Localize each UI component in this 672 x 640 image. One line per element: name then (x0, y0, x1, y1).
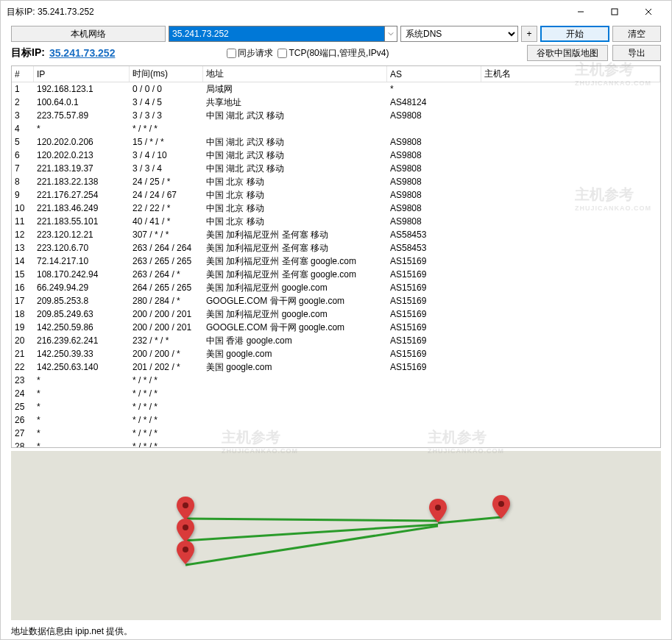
cell-address: 美国 加利福尼亚州 圣何塞 google.com (203, 255, 387, 268)
cell-ip: * (34, 415, 130, 425)
table-row[interactable]: 18209.85.249.63200 / 200 / 201美国 加利福尼亚州 … (12, 307, 660, 321)
cell-as: AS9808 (387, 110, 481, 121)
table-header: # IP 时间(ms) 地址 AS 主机名 (12, 66, 660, 82)
export-button[interactable]: 导出 (612, 45, 661, 61)
cell-time: 3 / 4 / 5 (130, 97, 203, 107)
map-panel[interactable] (11, 451, 661, 620)
col-address[interactable]: 地址 (203, 66, 387, 82)
cell-address: 中国 湖北 武汉 移动 (203, 149, 387, 162)
col-hostname[interactable]: 主机名 (481, 66, 660, 82)
ip-input[interactable] (169, 26, 384, 42)
close-button[interactable] (632, 1, 665, 23)
cell-as: AS15169 (387, 349, 481, 359)
cell-ip: 216.239.62.241 (34, 335, 130, 346)
cell-ip: 142.250.39.33 (34, 349, 130, 359)
tcp-checkbox[interactable]: TCP(80端口,管理员,IPv4) (277, 47, 389, 60)
map-pin-icon (177, 541, 194, 564)
cell-time: 15 / * / * (130, 137, 203, 147)
cell-as: AS9808 (387, 163, 481, 174)
cell-time: 3 / 3 / 4 (130, 163, 203, 174)
cell-index: 24 (12, 388, 34, 399)
target-ip-link[interactable]: 35.241.73.252 (49, 47, 116, 59)
table-row[interactable]: 28** / * / * (12, 440, 660, 447)
table-row[interactable]: 2100.64.0.13 / 4 / 5共享地址AS48124 (12, 96, 660, 109)
table-row[interactable]: 15108.170.242.94263 / 264 / *美国 加利福尼亚州 圣… (12, 268, 660, 281)
cell-ip: 223.120.6.70 (34, 243, 130, 253)
cell-time: 263 / 264 / * (130, 269, 203, 280)
table-row[interactable]: 25** / * / * (12, 400, 660, 413)
cell-as: AS9808 (387, 177, 481, 187)
dns-select[interactable]: 系统DNS (400, 26, 518, 42)
table-row[interactable]: 4** / * / * (12, 122, 660, 135)
svg-point-11 (435, 505, 441, 511)
col-ip[interactable]: IP (34, 66, 130, 82)
cell-time: 40 / 41 / * (130, 216, 203, 227)
cell-as: AS9808 (387, 190, 481, 200)
cell-address: GOOGLE.COM 骨干网 google.com (203, 321, 387, 334)
google-cn-map-button[interactable]: 谷歌中国版地图 (527, 45, 608, 61)
cell-address: 美国 加利福尼亚州 google.com (203, 308, 387, 321)
table-row[interactable]: 27** / * / * (12, 427, 660, 440)
toolbar-row-2: 目标IP: 35.241.73.252 同步请求 TCP(80端口,管理员,IP… (1, 43, 671, 64)
cell-index: 9 (12, 190, 34, 200)
table-body[interactable]: 1192.168.123.10 / 0 / 0局域网*2100.64.0.13 … (12, 82, 660, 447)
table-row[interactable]: 10221.183.46.24922 / 22 / *中国 北京 移动AS980… (12, 202, 660, 215)
ip-combobox[interactable] (169, 26, 397, 42)
table-row[interactable]: 22142.250.63.140201 / 202 / *美国 google.c… (12, 360, 660, 374)
table-row[interactable]: 12223.120.12.21307 / * / *美国 加利福尼亚州 圣何塞 … (12, 228, 660, 241)
cell-time: * / * / * (130, 402, 203, 412)
cell-index: 22 (12, 362, 34, 372)
cell-time: 264 / 265 / 265 (130, 282, 203, 293)
table-row[interactable]: 21142.250.39.33200 / 200 / *美国 google.co… (12, 347, 660, 360)
table-row[interactable]: 13223.120.6.70263 / 264 / 264美国 加利福尼亚州 圣… (12, 241, 660, 255)
table-row[interactable]: 9221.176.27.25424 / 24 / 67中国 北京 移动AS980… (12, 188, 660, 202)
table-row[interactable]: 11221.183.55.10140 / 41 / *中国 北京 移动AS980… (12, 215, 660, 228)
svg-rect-1 (612, 9, 618, 15)
table-row[interactable]: 5120.202.0.20615 / * / *中国 湖北 武汉 移动AS980… (12, 135, 660, 149)
cell-ip: * (34, 441, 130, 447)
table-row[interactable]: 20216.239.62.241232 / * / *中国 香港 google.… (12, 334, 660, 347)
table-row[interactable]: 1666.249.94.29264 / 265 / 265美国 加利福尼亚州 g… (12, 281, 660, 294)
cell-as: AS15169 (387, 282, 481, 293)
map-pin-icon (429, 499, 447, 522)
col-as[interactable]: AS (387, 66, 481, 82)
table-row[interactable]: 8221.183.22.13824 / 25 / *中国 北京 移动AS9808 (12, 175, 660, 188)
table-row[interactable]: 24** / * / * (12, 387, 660, 400)
cell-index: 8 (12, 177, 34, 187)
maximize-button[interactable] (598, 1, 632, 23)
table-row[interactable]: 6120.202.0.2133 / 4 / 10中国 湖北 武汉 移动AS980… (12, 149, 660, 162)
cell-address: 美国 加利福尼亚州 圣何塞 移动 (203, 229, 387, 241)
table-row[interactable]: 17209.85.253.8280 / 284 / *GOOGLE.COM 骨干… (12, 294, 660, 307)
cell-ip: 221.183.55.101 (34, 216, 130, 227)
cell-as: AS9808 (387, 203, 481, 213)
cell-address: 中国 湖北 武汉 移动 (203, 110, 387, 122)
table-row[interactable]: 19142.250.59.86200 / 200 / 201GOOGLE.COM… (12, 321, 660, 334)
sync-request-checkbox[interactable]: 同步请求 (227, 47, 273, 60)
cell-time: 24 / 24 / 67 (130, 190, 203, 200)
cell-address: 美国 google.com (203, 348, 387, 360)
add-button[interactable]: + (521, 26, 537, 42)
trace-table: # IP 时间(ms) 地址 AS 主机名 1192.168.123.10 / … (11, 65, 661, 448)
start-button[interactable]: 开始 (540, 26, 609, 42)
cell-index: 2 (12, 97, 34, 107)
col-index[interactable]: # (12, 66, 34, 82)
cell-as: AS48124 (387, 97, 481, 107)
table-row[interactable]: 26** / * / * (12, 413, 660, 427)
table-row[interactable]: 1192.168.123.10 / 0 / 0局域网* (12, 82, 660, 96)
clear-button[interactable]: 清空 (612, 26, 661, 42)
local-network-button[interactable]: 本机网络 (11, 26, 166, 42)
table-row[interactable]: 23** / * / * (12, 374, 660, 387)
table-row[interactable]: 1472.14.217.10263 / 265 / 265美国 加利福尼亚州 圣… (12, 255, 660, 268)
svg-point-10 (183, 547, 188, 552)
table-row[interactable]: 3223.75.57.893 / 3 / 3中国 湖北 武汉 移动AS9808 (12, 109, 660, 122)
chevron-down-icon[interactable] (384, 26, 397, 42)
cell-time: * / * / * (130, 441, 203, 447)
col-time[interactable]: 时间(ms) (130, 66, 203, 82)
cell-index: 23 (12, 375, 34, 385)
minimize-button[interactable] (564, 1, 598, 23)
window-title: 目标IP: 35.241.73.252 (7, 6, 564, 18)
cell-ip: * (34, 375, 130, 385)
credit-text: 地址数据信息由 ipip.net 提供。 (11, 625, 132, 638)
table-row[interactable]: 7221.183.19.373 / 3 / 4中国 湖北 武汉 移动AS9808 (12, 162, 660, 175)
cell-ip: 66.249.94.29 (34, 282, 130, 293)
